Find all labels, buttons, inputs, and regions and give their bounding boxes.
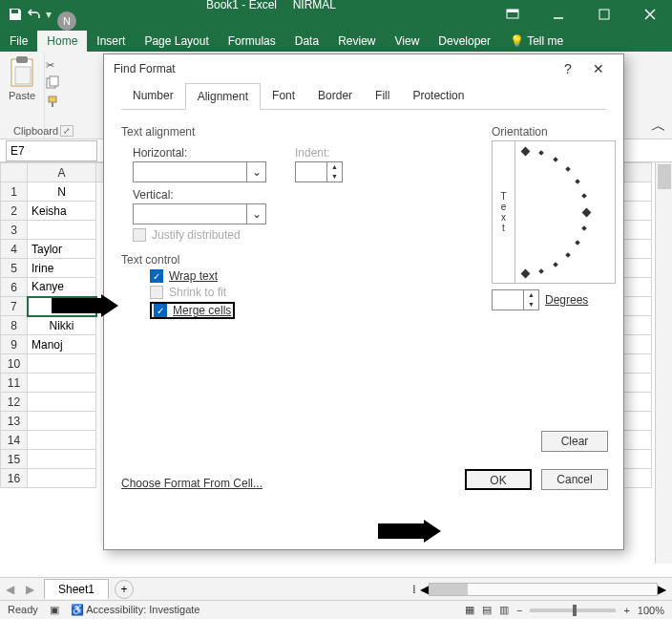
- cell[interactable]: [28, 374, 96, 393]
- tab-tell-me[interactable]: 💡 Tell me: [500, 31, 573, 52]
- dialog-tab-number[interactable]: Number: [121, 83, 185, 109]
- horizontal-combo[interactable]: ⌄: [133, 161, 266, 182]
- tab-page-layout[interactable]: Page Layout: [135, 31, 218, 52]
- help-button[interactable]: ?: [553, 61, 583, 76]
- cell[interactable]: [28, 431, 96, 450]
- indent-spinner[interactable]: ▲▼: [295, 161, 343, 182]
- wrap-text-checkbox[interactable]: ✓: [150, 269, 163, 283]
- cell[interactable]: Keisha: [28, 202, 96, 221]
- orientation-control[interactable]: Text: [492, 140, 616, 284]
- row-header[interactable]: 2: [1, 202, 28, 221]
- avatar[interactable]: N: [57, 11, 76, 31]
- zoom-slider[interactable]: [530, 608, 616, 612]
- ribbon-display-icon[interactable]: [491, 0, 535, 29]
- zoom-level[interactable]: 100%: [638, 605, 664, 616]
- cell[interactable]: Irine: [28, 259, 96, 278]
- cell[interactable]: [28, 469, 96, 488]
- zoom-out-button[interactable]: −: [516, 605, 522, 616]
- view-page-break-icon[interactable]: ▥: [499, 604, 509, 616]
- cell[interactable]: Taylor: [28, 240, 96, 259]
- paste-button[interactable]: Paste: [8, 55, 36, 101]
- tab-file[interactable]: File: [0, 31, 37, 52]
- accessibility-status[interactable]: ♿ Accessibility: Investigate: [71, 604, 200, 616]
- chevron-down-icon: ⌄: [246, 204, 265, 224]
- view-normal-icon[interactable]: ▦: [465, 604, 474, 616]
- cell[interactable]: [28, 297, 96, 316]
- row-header[interactable]: 4: [1, 240, 28, 259]
- cell[interactable]: [28, 221, 96, 240]
- zoom-in-button[interactable]: +: [623, 605, 629, 616]
- dialog-launcher-icon[interactable]: ⤢: [60, 125, 74, 137]
- scroll-left-icon[interactable]: ◀: [420, 583, 429, 596]
- tab-formulas[interactable]: Formulas: [219, 31, 285, 52]
- view-page-layout-icon[interactable]: ▤: [482, 604, 492, 616]
- row-header[interactable]: 5: [1, 259, 28, 278]
- wrap-text-label: Wrap text: [169, 269, 218, 283]
- svg-rect-1: [507, 10, 518, 12]
- dialog-tab-protection[interactable]: Protection: [401, 83, 475, 109]
- scroll-right-icon[interactable]: ▶: [658, 583, 666, 596]
- cell[interactable]: [28, 393, 96, 412]
- ribbon-tabs: File Home Insert Page Layout Formulas Da…: [0, 29, 672, 52]
- tab-insert[interactable]: Insert: [87, 31, 135, 52]
- tab-review[interactable]: Review: [328, 31, 385, 52]
- dialog-tab-fill[interactable]: Fill: [364, 83, 401, 109]
- cancel-button[interactable]: Cancel: [541, 469, 608, 490]
- vertical-scrollbar[interactable]: [655, 162, 672, 564]
- cell[interactable]: [28, 412, 96, 431]
- row-header[interactable]: 12: [1, 393, 28, 412]
- format-painter-icon[interactable]: [46, 95, 59, 110]
- row-header[interactable]: 3: [1, 221, 28, 240]
- cell[interactable]: [28, 354, 96, 374]
- vertical-combo[interactable]: ⌄: [133, 203, 266, 224]
- row-header[interactable]: 13: [1, 412, 28, 431]
- row-header[interactable]: 11: [1, 374, 28, 393]
- row-header[interactable]: 6: [1, 278, 28, 297]
- close-button[interactable]: [628, 0, 672, 29]
- maximize-button[interactable]: [582, 0, 626, 29]
- dialog-tab-border[interactable]: Border: [306, 83, 364, 109]
- row-header[interactable]: 14: [1, 431, 28, 450]
- minimize-button[interactable]: [536, 0, 580, 29]
- sheet-nav-prev-icon[interactable]: ◀: [0, 583, 20, 596]
- merge-cells-checkbox[interactable]: ✓: [154, 304, 167, 317]
- clear-button[interactable]: Clear: [541, 431, 608, 452]
- tab-developer[interactable]: Developer: [429, 31, 500, 52]
- cut-icon[interactable]: ✂: [46, 59, 59, 72]
- col-header-a[interactable]: A: [28, 163, 96, 182]
- macro-record-icon[interactable]: ▣: [50, 604, 59, 616]
- indent-label: Indent:: [295, 146, 343, 160]
- choose-format-link[interactable]: Choose Format From Cell...: [121, 477, 262, 490]
- dialog-tab-font[interactable]: Font: [261, 83, 306, 109]
- cell[interactable]: N: [28, 182, 96, 202]
- cell[interactable]: [28, 450, 96, 469]
- cell[interactable]: Manoj: [28, 335, 96, 354]
- cell[interactable]: Kanye: [28, 278, 96, 297]
- dialog-close-button[interactable]: ✕: [583, 61, 614, 76]
- row-header[interactable]: 9: [1, 335, 28, 354]
- tab-data[interactable]: Data: [285, 31, 328, 52]
- save-icon[interactable]: [8, 7, 23, 22]
- degrees-spinner[interactable]: ▲▼: [492, 289, 539, 310]
- row-header[interactable]: 1: [1, 182, 28, 202]
- row-header[interactable]: 15: [1, 450, 28, 469]
- horizontal-scrollbar[interactable]: [429, 583, 658, 596]
- cell[interactable]: Nikki: [28, 316, 96, 335]
- row-header[interactable]: 16: [1, 469, 28, 488]
- dialog-tab-alignment[interactable]: Alignment: [185, 83, 261, 110]
- ok-button[interactable]: OK: [465, 469, 532, 490]
- sheet-nav-next-icon[interactable]: ▶: [20, 583, 40, 596]
- add-sheet-button[interactable]: +: [115, 580, 134, 599]
- undo-icon[interactable]: [27, 7, 42, 22]
- row-header[interactable]: 8: [1, 316, 28, 335]
- sheet-tab[interactable]: Sheet1: [44, 579, 109, 599]
- row-header[interactable]: 10: [1, 354, 28, 374]
- row-header[interactable]: 7: [1, 297, 28, 316]
- name-box[interactable]: [6, 140, 97, 161]
- collapse-ribbon-icon[interactable]: ︿: [651, 117, 666, 137]
- tab-view[interactable]: View: [386, 31, 430, 52]
- shrink-label: Shrink to fit: [169, 286, 226, 299]
- tab-home[interactable]: Home: [37, 31, 87, 52]
- copy-icon[interactable]: [46, 75, 59, 91]
- select-all[interactable]: [1, 163, 28, 182]
